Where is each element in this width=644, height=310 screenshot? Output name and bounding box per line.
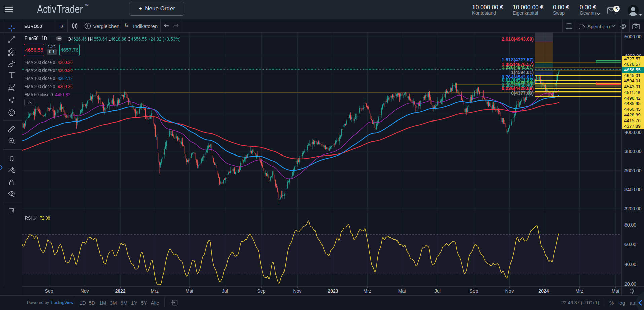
- svg-text:2.618(4943.69): 2.618(4943.69): [502, 36, 534, 42]
- svg-text:0(4377.89): 0(4377.89): [511, 90, 534, 96]
